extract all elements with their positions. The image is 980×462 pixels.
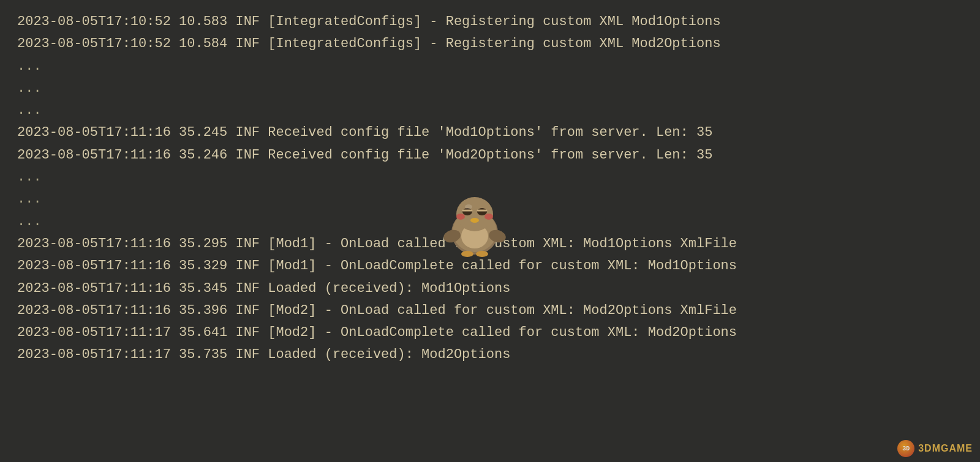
console-output: 2023-08-05T17:10:52 10.583 INF [Integrat…	[0, 0, 980, 378]
log-line-line1: 2023-08-05T17:10:52 10.583 INF [Integrat…	[17, 11, 963, 33]
watermark-icon: 3D	[897, 440, 914, 457]
log-line-line3: ...	[17, 56, 963, 78]
log-line-line16: 2023-08-05T17:11:17 35.641 INF [Mod2] - …	[17, 322, 963, 344]
watermark-text: 3DMGAME	[918, 443, 973, 454]
watermark: 3D 3DMGAME	[897, 440, 973, 457]
log-line-line13: 2023-08-05T17:11:16 35.329 INF [Mod1] - …	[17, 255, 963, 277]
log-line-line4: ...	[17, 78, 963, 100]
log-line-line15: 2023-08-05T17:11:16 35.396 INF [Mod2] - …	[17, 300, 963, 322]
log-line-line5: ...	[17, 100, 963, 122]
log-line-line6: 2023-08-05T17:11:16 35.245 INF Received …	[17, 122, 963, 144]
log-line-line2: 2023-08-05T17:10:52 10.584 INF [Integrat…	[17, 33, 963, 55]
log-line-line14: 2023-08-05T17:11:16 35.345 INF Loaded (r…	[17, 278, 963, 300]
log-line-line10: ...	[17, 211, 963, 233]
log-line-line12: 2023-08-05T17:11:16 35.295 INF [Mod1] - …	[17, 233, 963, 255]
log-line-line7: 2023-08-05T17:11:16 35.246 INF Received …	[17, 144, 963, 166]
log-line-line17: 2023-08-05T17:11:17 35.735 INF Loaded (r…	[17, 344, 963, 366]
log-line-line8: ...	[17, 166, 963, 188]
log-line-line9: ...	[17, 188, 963, 211]
